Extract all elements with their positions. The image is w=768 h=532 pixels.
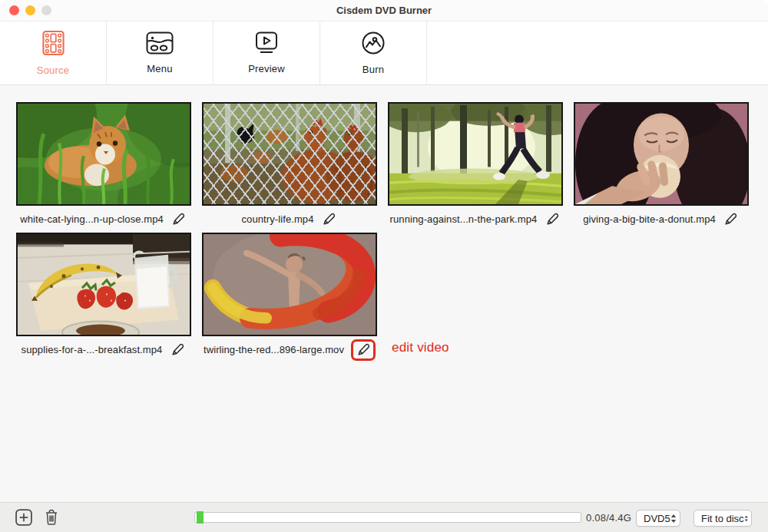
video-filename: white-cat-lying...n-up-close.mp4 (20, 213, 164, 225)
video-label-row: running-against...n-the-park.mp4 (388, 206, 563, 233)
video-item-running: running-against...n-the-park.mp4 (388, 102, 563, 233)
video-list-area: white-cat-lying...n-up-close.mp4 (0, 85, 768, 503)
edit-video-button[interactable] (169, 342, 186, 359)
video-grid: white-cat-lying...n-up-close.mp4 (16, 102, 749, 363)
runner-thumbnail-art (389, 104, 561, 204)
fit-mode-select[interactable]: Fit to disc (694, 510, 752, 527)
video-item-cat: white-cat-lying...n-up-close.mp4 (16, 102, 191, 233)
video-item-dancer: twirling-the-red...896-large.mov edit vi… (202, 233, 377, 363)
chickens-thumbnail-art (204, 104, 376, 204)
video-filename: twirling-the-red...896-large.mov (204, 344, 344, 355)
trash-icon (44, 508, 59, 526)
updown-arrows-icon (670, 514, 677, 524)
video-label-row: white-cat-lying...n-up-close.mp4 (16, 206, 191, 233)
menu-template-icon (146, 31, 174, 58)
app-window: { "window": { "title": "Cisdem DVD Burne… (0, 0, 768, 532)
video-filename: running-against...n-the-park.mp4 (390, 213, 538, 225)
tab-source[interactable]: Source (0, 21, 107, 84)
video-thumbnail-donut[interactable] (574, 102, 749, 206)
video-item-donut: giving-a-big-bite-a-donut.mp4 (574, 102, 749, 233)
main-toolbar: Source Menu Preview (0, 21, 768, 85)
edit-video-button[interactable] (544, 211, 561, 228)
fit-mode-value: Fit to disc (701, 513, 744, 524)
plus-icon (15, 509, 32, 526)
tab-menu[interactable]: Menu (107, 21, 214, 84)
video-label-row: country-life.mp4 (202, 206, 377, 233)
burn-disc-icon (361, 31, 386, 58)
edit-video-annotation: edit video (392, 340, 449, 355)
video-thumbnail-running[interactable] (388, 102, 563, 206)
edit-video-button[interactable] (321, 211, 338, 228)
video-label-row: twirling-the-red...896-large.mov edit vi… (202, 336, 377, 363)
video-item-country: country-life.mp4 (202, 102, 377, 233)
tab-menu-label: Menu (147, 63, 172, 74)
video-label-row: supplies-for-a-...-breakfast.mp4 (16, 336, 191, 363)
capacity-bar-fill (197, 511, 204, 524)
updown-arrows-icon (744, 514, 748, 524)
add-video-button[interactable] (15, 509, 32, 526)
video-thumbnail-cat[interactable] (16, 102, 191, 206)
donut-thumbnail-art (575, 104, 747, 204)
pencil-icon (171, 212, 186, 226)
cat-thumbnail-art (18, 104, 190, 204)
edit-video-button[interactable] (723, 211, 740, 228)
edit-video-button[interactable] (170, 211, 187, 228)
pencil-icon (356, 342, 371, 357)
edit-video-button-highlighted[interactable] (351, 339, 376, 361)
video-thumbnail-country[interactable] (202, 102, 377, 206)
tab-preview-label: Preview (248, 63, 285, 74)
delete-video-button[interactable] (44, 508, 61, 527)
video-filename: country-life.mp4 (241, 213, 313, 225)
video-thumbnail-breakfast[interactable] (16, 233, 191, 336)
pencil-icon (322, 212, 336, 226)
tab-burn[interactable]: Burn (320, 21, 427, 84)
breakfast-thumbnail-art (18, 234, 190, 335)
capacity-text: 0.08/4.4G (586, 512, 631, 524)
dancer-thumbnail-art (204, 234, 376, 335)
window-title: Cisdem DVD Burner (0, 0, 768, 21)
disc-capacity-bar (194, 512, 581, 523)
preview-player-icon (253, 31, 280, 58)
tab-preview[interactable]: Preview (214, 21, 320, 84)
disc-type-select[interactable]: DVD5 (636, 510, 680, 527)
video-filename: giving-a-big-bite-a-donut.mp4 (583, 213, 716, 225)
tab-source-label: Source (37, 64, 69, 76)
filmstrip-icon (42, 30, 65, 59)
tab-burn-label: Burn (362, 64, 384, 75)
video-label-row: giving-a-big-bite-a-donut.mp4 (574, 206, 749, 233)
disc-type-value: DVD5 (644, 513, 670, 524)
pencil-icon (545, 212, 560, 226)
pencil-icon (723, 212, 738, 226)
status-bar: 0.08/4.4G DVD5 Fit to disc (0, 502, 768, 532)
video-item-breakfast: supplies-for-a-...-breakfast.mp4 (16, 233, 191, 363)
title-bar: Cisdem DVD Burner (0, 0, 768, 21)
video-filename: supplies-for-a-...-breakfast.mp4 (22, 344, 163, 355)
video-thumbnail-dancer[interactable] (202, 233, 377, 336)
pencil-icon (170, 342, 185, 357)
